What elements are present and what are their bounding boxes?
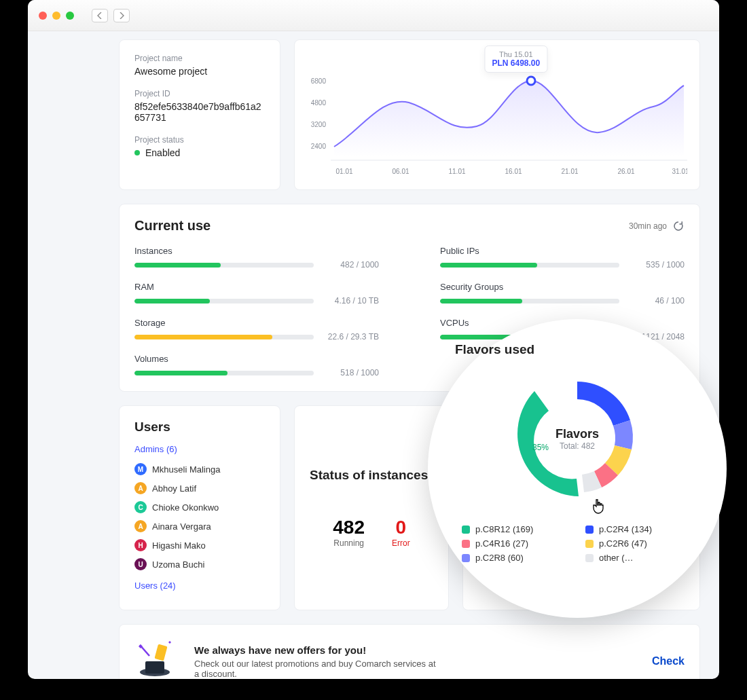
user-name: Abhoy Latif: [152, 483, 196, 494]
metric-value: 482 / 1000: [326, 260, 379, 270]
svg-text:31.01: 31.01: [672, 168, 687, 175]
legend-swatch-icon: [585, 526, 594, 534]
project-info-card: Project name Awesome project Project ID …: [119, 39, 280, 190]
error-count: 0: [392, 517, 410, 538]
window-close-icon[interactable]: [39, 12, 47, 20]
status-dot-icon: [134, 150, 140, 155]
legend-swatch-icon: [462, 540, 470, 548]
metric-label: Security Groups: [440, 282, 685, 292]
svg-text:16.01: 16.01: [505, 168, 522, 175]
svg-text:11.01: 11.01: [448, 168, 465, 175]
legend-swatch-icon: [462, 526, 470, 534]
user-name: Higashi Mako: [152, 540, 206, 551]
avatar: M: [134, 463, 147, 475]
project-name-value: Awesome project: [134, 66, 265, 77]
window-minimize-icon[interactable]: [52, 12, 60, 20]
nav-back-button[interactable]: [92, 9, 108, 22]
users-link[interactable]: Users (24): [134, 581, 265, 591]
line-chart-card: Thu 15.01 PLN 6498.00 6800 4800 3200 240…: [294, 39, 700, 190]
metric-value: 535 / 1000: [632, 260, 685, 270]
user-item[interactable]: UUzoma Buchi: [134, 555, 265, 574]
current-use-title: Current use: [134, 218, 211, 234]
promo-check-button[interactable]: Check: [652, 655, 685, 667]
status-instances-title: Status of instances: [310, 468, 433, 483]
legend-swatch-icon: [585, 554, 594, 562]
user-item[interactable]: AAbhoy Latif: [134, 479, 265, 498]
current-use-time: 30min ago: [629, 221, 667, 231]
user-item[interactable]: AAinara Vergara: [134, 517, 265, 536]
svg-text:21.01: 21.01: [561, 168, 578, 175]
project-id-value: 8f52efe5633840e7b9affb61a2657731: [134, 101, 265, 123]
chart-tooltip: Thu 15.01 PLN 6498.00: [484, 45, 547, 73]
refresh-icon[interactable]: [672, 220, 685, 232]
svg-text:26.01: 26.01: [617, 168, 634, 175]
flavors-overlay: Flavors used Flavors Total: 482: [428, 319, 727, 618]
metric-label: Public IPs: [440, 246, 685, 256]
running-label: Running: [333, 538, 365, 548]
chart-highlight-point-icon: [527, 77, 535, 85]
pointer-cursor-icon: [591, 498, 606, 519]
magic-hat-icon: [134, 638, 178, 679]
svg-text:06.01: 06.01: [392, 168, 409, 175]
metric-storage: Storage22.6 / 29.3 TB: [134, 318, 379, 342]
progress-bar: [134, 263, 314, 268]
user-name: Uzoma Buchi: [152, 559, 204, 570]
users-card: Users Admins (6) MMkhuseli MalingaAAbhoy…: [119, 405, 280, 610]
metric-value: 22.6 / 29.3 TB: [326, 332, 379, 342]
legend-item: p.C8R12 (169): [462, 524, 569, 534]
svg-text:4800: 4800: [311, 99, 327, 107]
legend-item: p.C2R6 (47): [585, 538, 693, 549]
status-instances-card: Status of instances 482 Running 0 Error: [294, 405, 449, 610]
progress-bar: [134, 299, 314, 303]
metric-public-ips: Public IPs535 / 1000: [440, 246, 685, 270]
project-status-value: Enabled: [145, 147, 180, 158]
user-item[interactable]: HHigashi Mako: [134, 536, 265, 555]
running-count: 482: [333, 517, 365, 538]
svg-text:01.01: 01.01: [335, 168, 352, 175]
progress-bar: [134, 335, 314, 339]
avatar: A: [134, 482, 147, 494]
legend-swatch-icon: [585, 540, 594, 548]
avatar: C: [134, 501, 147, 513]
promo-subtitle: Check out our latest promotions and buy …: [194, 659, 439, 679]
tooltip-value: PLN 6498.00: [492, 58, 540, 68]
svg-rect-12: [154, 644, 167, 661]
legend-item: other (…: [585, 553, 693, 563]
metric-instances: Instances482 / 1000: [134, 246, 379, 270]
metric-volumes: Volumes518 / 1000: [134, 354, 379, 377]
project-name-label: Project name: [134, 54, 265, 63]
user-name: Ainara Vergara: [152, 521, 211, 532]
promo-title: We always have new offers for you!: [194, 644, 439, 656]
user-name: Chioke Okonkwo: [152, 502, 219, 513]
avatar: U: [134, 558, 147, 570]
progress-bar: [440, 263, 619, 268]
donut-chart[interactable]: Flavors Total: 482 35%: [503, 363, 652, 515]
user-item[interactable]: MMkhuseli Malinga: [134, 460, 265, 479]
admins-link[interactable]: Admins (6): [134, 444, 265, 454]
slice-percent-label: 35%: [532, 443, 549, 452]
window-maximize-icon[interactable]: [66, 12, 74, 20]
metric-security-groups: Security Groups46 / 100: [440, 282, 685, 306]
nav-forward-button[interactable]: [113, 9, 130, 22]
legend-item: p.C4R16 (27): [462, 538, 569, 549]
svg-text:2400: 2400: [311, 143, 327, 150]
metric-label: Storage: [134, 318, 379, 328]
flavors-title: Flavors used: [455, 342, 534, 357]
metric-value: 46 / 100: [632, 296, 685, 306]
promo-card: We always have new offers for you! Check…: [119, 624, 700, 679]
metric-value: 4.16 / 10 TB: [326, 296, 379, 306]
legend-swatch-icon: [462, 554, 470, 562]
user-item[interactable]: CChioke Okonkwo: [134, 498, 265, 517]
svg-text:3200: 3200: [311, 121, 327, 128]
svg-rect-14: [145, 661, 164, 674]
user-name: Mkhuseli Malinga: [152, 464, 220, 475]
avatar: H: [134, 539, 147, 551]
tooltip-date: Thu 15.01: [492, 50, 540, 58]
metric-value: 518 / 1000: [326, 368, 379, 377]
error-label: Error: [392, 538, 410, 548]
users-title: Users: [134, 420, 265, 435]
legend-item: p.C2R4 (134): [585, 524, 693, 534]
progress-bar: [134, 371, 314, 375]
metric-ram: RAM4.16 / 10 TB: [134, 282, 379, 306]
project-id-label: Project ID: [134, 89, 265, 98]
